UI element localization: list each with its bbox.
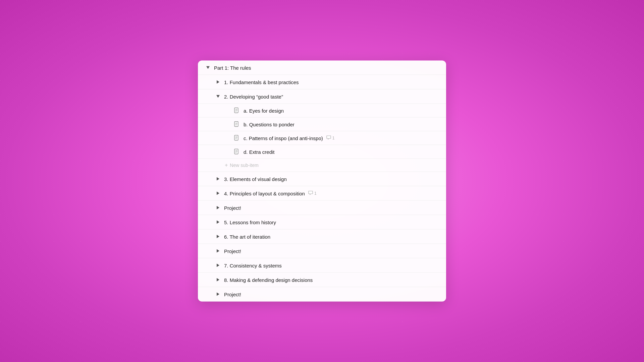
item-label-item8: 8. Making & defending design decisions (224, 277, 313, 283)
toggle-icon-item4[interactable] (215, 190, 221, 197)
arrow-down-icon (216, 95, 220, 98)
arrow-right-icon (217, 206, 219, 209)
tree-item-part1[interactable]: Part 1: The rules (198, 61, 446, 75)
arrow-right-icon (217, 221, 219, 224)
tree-item-project3[interactable]: Project! (198, 287, 446, 302)
item-label-item2d: d. Extra credit (244, 149, 275, 155)
item-label-item2: 2. Developing “good taste” (224, 94, 283, 99)
item-label-item1: 1. Fundamentals & best practices (224, 79, 299, 85)
arrow-right-icon (217, 192, 219, 195)
toggle-icon-part1[interactable] (205, 64, 211, 71)
item-label-item2a: a. Eyes for design (244, 108, 284, 113)
arrow-right-icon (217, 80, 219, 84)
toggle-icon-item3[interactable] (215, 176, 221, 182)
tree-item-project1[interactable]: Project! (198, 201, 446, 215)
tree-item-item7[interactable]: 7. Consistency & systems (198, 258, 446, 273)
item-label-project2: Project! (224, 248, 241, 254)
arrow-right-icon (217, 249, 219, 253)
tree-container: Part 1: The rules1. Fundamentals & best … (198, 61, 446, 302)
item-label-item3: 3. Elements of visual design (224, 176, 287, 182)
comment-icon (326, 135, 331, 141)
item-label-item2c: c. Patterns of inspo (and anti-inspo) (244, 135, 323, 141)
item-label-item7: 7. Consistency & systems (224, 262, 282, 268)
doc-icon (234, 108, 240, 114)
item-label-project1: Project! (224, 205, 241, 210)
item-label-part1: Part 1: The rules (214, 65, 251, 70)
item-label-project3: Project! (224, 291, 241, 297)
item-label-item5: 5. Lessons from history (224, 219, 276, 225)
toggle-icon-item2[interactable] (215, 93, 221, 100)
arrow-right-icon (217, 235, 219, 238)
item-label-item2b: b. Questions to ponder (244, 121, 294, 127)
comment-count-item2c: 1 (332, 136, 335, 140)
comment-badge-item4: 1 (308, 191, 317, 196)
doc-icon (234, 121, 240, 127)
toggle-icon-item6[interactable] (215, 233, 221, 240)
tree-item-item2[interactable]: 2. Developing “good taste” (198, 89, 446, 104)
toggle-icon-item8[interactable] (215, 277, 221, 283)
tree-item-item2c[interactable]: c. Patterns of inspo (and anti-inspo) 1 (198, 131, 446, 145)
comment-icon (308, 191, 313, 196)
doc-icon (234, 135, 240, 141)
doc-icon (234, 149, 240, 155)
arrow-right-icon (217, 264, 219, 267)
tree-item-item2b[interactable]: b. Questions to ponder (198, 118, 446, 131)
toggle-icon-item1[interactable] (215, 79, 221, 85)
tree-item-project2[interactable]: Project! (198, 244, 446, 258)
tree-item-item4[interactable]: 4. Principles of layout & composition 1 (198, 186, 446, 201)
comment-count-item4: 1 (314, 191, 317, 196)
toggle-icon-project3[interactable] (215, 291, 221, 298)
tree-item-item5[interactable]: 5. Lessons from history (198, 215, 446, 230)
plus-icon: + (225, 162, 228, 168)
comment-badge-item2c: 1 (326, 135, 335, 141)
new-subitem-label: New sub-item (230, 163, 259, 168)
tree-item-item2d[interactable]: d. Extra credit (198, 145, 446, 159)
toggle-icon-item7[interactable] (215, 262, 221, 269)
new-subitem-button[interactable]: + New sub-item (198, 159, 446, 172)
arrow-right-icon (217, 177, 219, 181)
arrow-right-icon (217, 278, 219, 282)
toggle-icon-project1[interactable] (215, 204, 221, 211)
arrow-down-icon (206, 66, 210, 69)
tree-item-item1[interactable]: 1. Fundamentals & best practices (198, 75, 446, 89)
tree-item-item6[interactable]: 6. The art of iteration (198, 230, 446, 244)
tree-item-item3[interactable]: 3. Elements of visual design (198, 172, 446, 186)
arrow-right-icon (217, 293, 219, 296)
item-label-item4: 4. Principles of layout & composition (224, 190, 305, 196)
toggle-icon-item5[interactable] (215, 219, 221, 226)
item-label-item6: 6. The art of iteration (224, 234, 270, 239)
tree-item-item8[interactable]: 8. Making & defending design decisions (198, 273, 446, 287)
tree-item-item2a[interactable]: a. Eyes for design (198, 104, 446, 118)
toggle-icon-project2[interactable] (215, 248, 221, 254)
